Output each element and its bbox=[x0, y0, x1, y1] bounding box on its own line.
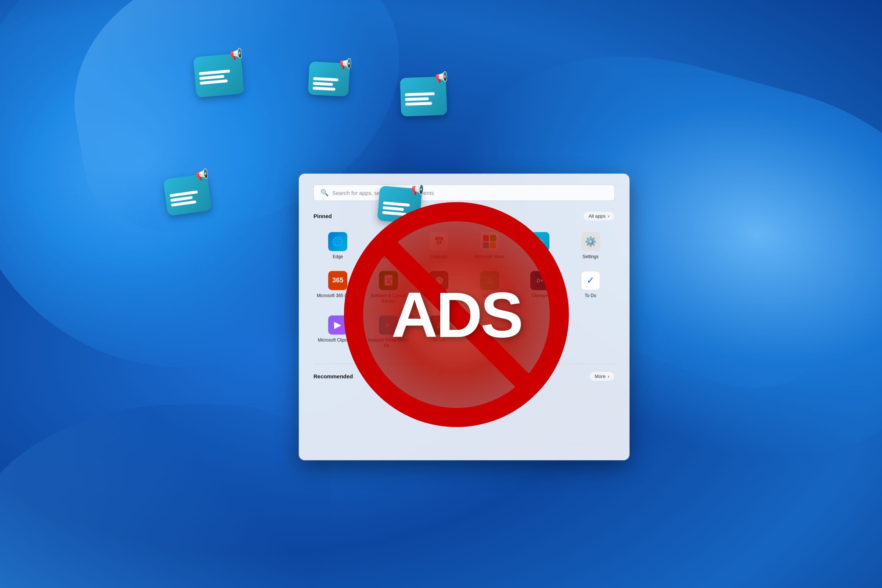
ad-icon-2: 📢 bbox=[308, 62, 350, 97]
all-apps-button[interactable]: All apps › bbox=[583, 211, 615, 221]
megaphone-icon-4: 📢 bbox=[195, 168, 210, 182]
todo-label: To Do bbox=[585, 293, 596, 299]
no-ads-overlay: ADS bbox=[328, 186, 585, 443]
ads-text: ADS bbox=[392, 278, 522, 352]
megaphone-icon-2: 📢 bbox=[339, 57, 352, 70]
ad-icon-3: 📢 bbox=[400, 76, 447, 117]
chevron-right-icon: › bbox=[608, 213, 609, 219]
search-icon: 🔍 bbox=[321, 189, 328, 196]
chevron-right-icon-more: › bbox=[608, 374, 609, 379]
megaphone-icon-1: 📢 bbox=[230, 47, 243, 61]
wallpaper-ribbon-3 bbox=[0, 404, 331, 588]
ad-icon-4: 📢 bbox=[163, 174, 212, 216]
megaphone-icon-3: 📢 bbox=[435, 71, 448, 83]
ad-icon-1: 📢 bbox=[193, 53, 244, 98]
more-button[interactable]: More › bbox=[589, 371, 615, 381]
